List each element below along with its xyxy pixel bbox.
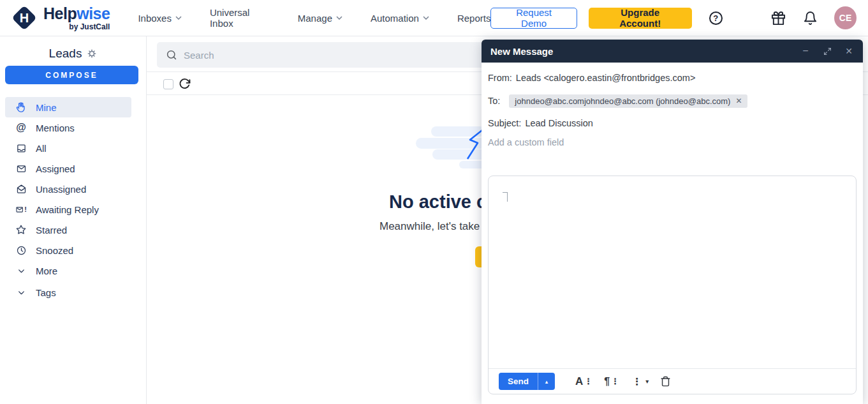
sidebar-item-snoozed[interactable]: Snoozed	[5, 240, 131, 260]
paragraph-format-icon[interactable]: ¶⋮	[604, 376, 619, 387]
chevron-down-icon	[175, 16, 182, 20]
sidebar-item-mentions[interactable]: @ Mentions	[5, 117, 131, 138]
sidebar-item-label: More	[36, 266, 57, 276]
sidebar-item-unassigned[interactable]: Unassigned	[5, 179, 131, 199]
sidebar-item-label: Unassigned	[36, 184, 86, 195]
nav-manage[interactable]: Manage	[298, 13, 342, 24]
subject-field[interactable]: Subject: Lead Discussion	[482, 117, 863, 129]
send-button[interactable]: Send	[499, 373, 538, 390]
clock-icon	[15, 244, 27, 256]
topbar-actions: Request Demo Upgrade Account! ? CE	[490, 6, 857, 29]
new-message-modal: New Message − ✕ From: Leads <calogero.ea…	[482, 40, 863, 404]
helpwise-app: H Helpwise by JustCall Inboxes Universal…	[0, 0, 868, 404]
user-avatar[interactable]: CE	[834, 6, 857, 29]
sidebar-item-assigned[interactable]: Assigned	[5, 158, 131, 179]
select-all-checkbox[interactable]	[163, 79, 173, 89]
compose-button[interactable]: COMPOSE	[5, 66, 138, 84]
sidebar-item-more[interactable]: More	[5, 260, 131, 281]
close-icon[interactable]: ✕	[844, 46, 854, 56]
from-value: Leads <calogero.eastin@frontbridges.com>	[516, 73, 696, 83]
add-custom-field-link[interactable]: Add a custom field	[488, 137, 564, 147]
message-body-editor[interactable]: Send ▴ A⋮ ¶⋮ ⋮ ▾	[488, 176, 857, 394]
sidebar-item-label: Snoozed	[36, 245, 73, 256]
request-demo-button[interactable]: Request Demo	[490, 8, 577, 29]
nav-universal-inbox[interactable]: Universal Inbox	[210, 7, 270, 29]
sidebar-item-label: Mentions	[36, 123, 75, 133]
bell-icon[interactable]	[803, 10, 818, 26]
star-icon	[15, 224, 27, 236]
sidebar-item-mine[interactable]: Mine	[5, 97, 131, 117]
minimize-icon[interactable]: −	[800, 46, 811, 56]
chevron-down-icon	[15, 265, 27, 276]
sidebar-item-label: All	[36, 143, 47, 154]
at-icon: @	[15, 122, 27, 133]
send-split-button: Send ▴	[499, 373, 555, 390]
recipient-chip-text: johndeo@abc.comjohndeo@abc.com (johndeo@…	[515, 96, 730, 106]
to-label: To:	[488, 96, 500, 106]
sidebar-item-label: Starred	[36, 225, 67, 236]
hand-icon	[15, 101, 27, 113]
sidebar-item-tags[interactable]: Tags	[5, 282, 131, 303]
brand-byline: by JustCall	[69, 22, 110, 31]
gift-icon[interactable]	[771, 10, 786, 26]
text-cursor-glyph	[503, 192, 508, 202]
recipient-chip[interactable]: johndeo@abc.comjohndeo@abc.com (johndeo@…	[509, 94, 747, 108]
more-options-icon[interactable]: ⋮ ▾	[631, 376, 649, 387]
gear-icon[interactable]	[87, 49, 97, 59]
refresh-icon[interactable]	[179, 78, 191, 90]
chevron-down-icon	[15, 287, 27, 298]
sidebar-item-label: Mine	[36, 102, 57, 113]
sidebar-item-starred[interactable]: Starred	[5, 220, 131, 240]
expand-icon[interactable]	[822, 46, 832, 56]
main-nav: Inboxes Universal Inbox Manage Automatio…	[138, 7, 490, 29]
editor-toolbar: Send ▴ A⋮ ¶⋮ ⋮ ▾	[489, 368, 856, 394]
text-format-icon[interactable]: A⋮	[575, 375, 592, 388]
nav-inboxes[interactable]: Inboxes	[138, 13, 182, 24]
nav-reports[interactable]: Reports	[457, 13, 491, 24]
chevron-down-icon	[336, 16, 342, 20]
empty-state-heading: No active c	[389, 191, 487, 213]
sidebar-folder-list: Mine @ Mentions All Assigned	[0, 97, 147, 303]
empty-state-subtitle: Meanwhile, let's take	[379, 220, 480, 233]
sidebar-item-label: Awaiting Reply	[36, 204, 99, 215]
from-label: From:	[488, 73, 512, 83]
envelope-icon	[15, 163, 27, 174]
chevron-down-icon: ▾	[645, 378, 649, 385]
apps-grid-icon[interactable]	[740, 10, 754, 26]
nav-automation[interactable]: Automation	[371, 13, 429, 24]
from-field[interactable]: From: Leads <calogero.eastin@frontbridge…	[482, 72, 863, 84]
sidebar-item-awaiting-reply[interactable]: ! Awaiting Reply	[5, 199, 131, 220]
top-navbar: H Helpwise by JustCall Inboxes Universal…	[0, 0, 868, 36]
open-envelope-icon	[15, 183, 27, 195]
trash-icon[interactable]	[660, 376, 671, 387]
search-icon	[166, 49, 177, 61]
message-body-textarea[interactable]	[489, 176, 856, 368]
sidebar-item-label: Assigned	[36, 163, 75, 174]
modal-title: New Message	[490, 46, 553, 57]
helpwise-logo[interactable]: H Helpwise by JustCall	[10, 4, 110, 32]
chevron-down-icon	[423, 16, 429, 20]
help-icon[interactable]: ?	[709, 10, 723, 26]
upgrade-account-button[interactable]: Upgrade Account!	[589, 8, 692, 29]
logo-diamond-icon: H	[10, 4, 38, 32]
subject-label: Subject:	[488, 118, 521, 128]
inbox-sidebar: Leads COMPOSE Mine	[0, 36, 147, 404]
envelope-alert-icon: !	[15, 204, 27, 215]
chip-remove-icon[interactable]: ✕	[735, 96, 742, 105]
brand-wordmark: Helpwise	[43, 5, 110, 22]
inbox-title: Leads	[0, 36, 146, 61]
sidebar-item-label: Tags	[36, 287, 56, 298]
modal-header[interactable]: New Message − ✕	[482, 40, 863, 63]
lightning-bolt-icon	[466, 129, 483, 161]
subject-value: Lead Discussion	[525, 118, 592, 128]
inbox-icon	[15, 142, 27, 154]
send-options-caret[interactable]: ▴	[538, 373, 555, 390]
to-field[interactable]: To: johndeo@abc.comjohndeo@abc.com (john…	[482, 94, 863, 107]
sidebar-item-all[interactable]: All	[5, 138, 131, 158]
